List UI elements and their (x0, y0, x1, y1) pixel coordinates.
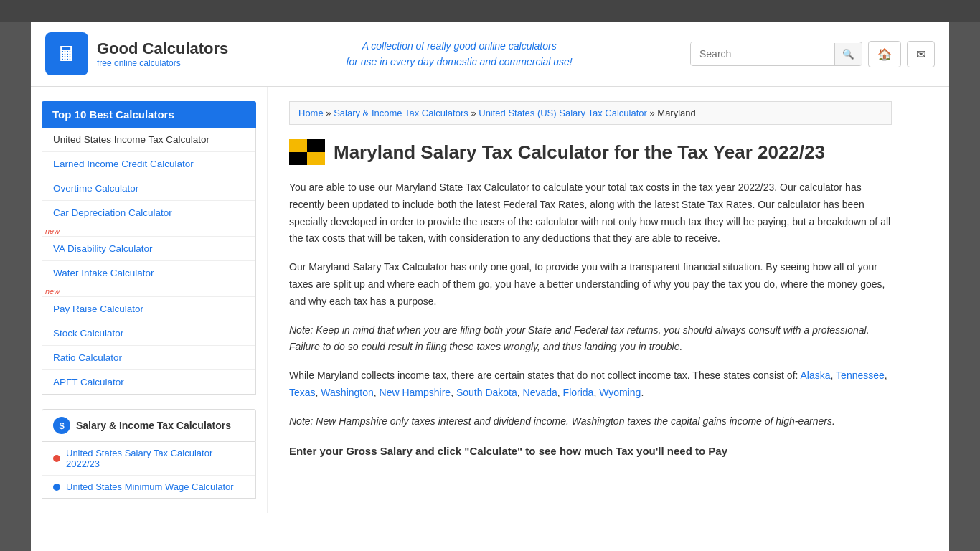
salary-subnav-link[interactable]: United States Salary Tax Calculator 2022… (66, 448, 245, 469)
logo-icon: 🖩 (45, 32, 88, 75)
sidebar-nav-link[interactable]: Car Depreciation Calculator (42, 201, 255, 225)
content-area: Home » Salary & Income Tax Calculators »… (268, 87, 913, 513)
breadcrumb-separator: » (324, 108, 334, 118)
no-tax-state-link[interactable]: Texas (289, 387, 316, 398)
sidebar-nav-link[interactable]: Water Intake Calculator (42, 261, 255, 285)
sidebar-nav-link[interactable]: Overtime Calculator (42, 176, 255, 200)
sidebar-nav-link[interactable]: Ratio Calculator (42, 346, 255, 369)
sidebar-salary-label: Salary & Income Tax Calculators (76, 420, 231, 431)
breadcrumb: Home » Salary & Income Tax Calculators »… (289, 101, 892, 125)
no-tax-state-link[interactable]: South Dakota (456, 387, 517, 398)
no-tax-state-link[interactable]: Florida (563, 387, 594, 398)
page-title: Maryland Salary Tax Calculator for the T… (334, 141, 825, 164)
para1: You are able to use our Maryland State T… (289, 179, 892, 248)
home-icon: 🏠 (877, 48, 892, 60)
no-tax-state-link[interactable]: Nevada (523, 387, 557, 398)
logo-text: Good Calculators free online calculators (97, 39, 228, 68)
para2: Our Maryland Salary Tax Calculator has o… (289, 259, 892, 310)
tagline-line2: for use in every day domestic and commer… (347, 54, 573, 70)
flag-q2 (307, 139, 325, 152)
search-container: 🔍 (690, 42, 862, 66)
flag-q1 (289, 139, 307, 152)
salary-subnav-link[interactable]: United States Minimum Wage Calculator (66, 481, 234, 492)
dollar-icon: $ (53, 417, 70, 434)
page-title-row: Maryland Salary Tax Calculator for the T… (289, 139, 892, 165)
header-tagline: A collection of really good online calcu… (347, 38, 573, 70)
sidebar-subnav-item: United States Salary Tax Calculator 2022… (42, 442, 255, 476)
breadcrumb-link[interactable]: Home (298, 108, 324, 118)
maryland-flag (289, 139, 325, 165)
header-right: 🔍 🏠 ✉ (690, 41, 935, 67)
red-dot (53, 455, 60, 462)
note1: Note: Keep in mind that when you are fil… (289, 322, 892, 357)
sidebar: Top 10 Best Calculators United States In… (31, 87, 268, 513)
sidebar-salary-header: $ Salary & Income Tax Calculators (42, 409, 256, 442)
search-icon: 🔍 (842, 49, 854, 60)
cta-heading: Enter your Gross Salary and click "Calcu… (289, 442, 892, 461)
new-badge: new (45, 227, 60, 235)
logo-area: 🖩 Good Calculators free online calculato… (45, 32, 228, 75)
breadcrumb-current: Maryland (657, 108, 695, 118)
sidebar-nav-link[interactable]: Earned Income Credit Calculator (42, 152, 255, 176)
no-tax-state-link[interactable]: Tennessee (836, 369, 885, 381)
para3: While Maryland collects income tax, ther… (289, 367, 892, 402)
breadcrumb-link[interactable]: United States (US) Salary Tax Calculator (479, 108, 647, 118)
header: 🖩 Good Calculators free online calculato… (31, 22, 949, 87)
breadcrumb-link[interactable]: Salary & Income Tax Calculators (334, 108, 468, 118)
mail-button[interactable]: ✉ (907, 41, 935, 67)
breadcrumb-separator: » (468, 108, 479, 118)
sidebar-nav: United States Income Tax CalculatorEarne… (42, 128, 256, 395)
main-layout: Top 10 Best Calculators United States In… (31, 87, 949, 513)
sidebar-nav-link[interactable]: APFT Calculator (42, 370, 255, 394)
site-name: Good Calculators (97, 39, 228, 58)
flag-q3 (289, 152, 307, 165)
site-sub: free online calculators (97, 58, 228, 68)
sidebar-subnav-item: United States Minimum Wage Calculator (42, 476, 255, 498)
sidebar-nav-link[interactable]: Pay Raise Calculator (42, 297, 255, 321)
search-input[interactable] (691, 42, 834, 65)
sidebar-salary-subnav: United States Salary Tax Calculator 2022… (42, 442, 256, 499)
mail-icon: ✉ (916, 48, 925, 60)
breadcrumb-separator: » (647, 108, 657, 118)
no-tax-state-link[interactable]: Washington (321, 387, 373, 398)
no-tax-state-link[interactable]: New Hampshire (380, 387, 451, 398)
new-badge: new (45, 287, 60, 296)
no-tax-state-link[interactable]: Wyoming (599, 387, 641, 398)
sidebar-nav-link[interactable]: Stock Calculator (42, 321, 255, 345)
tagline-line1: A collection of really good online calcu… (347, 38, 573, 54)
home-button[interactable]: 🏠 (868, 41, 901, 67)
no-tax-state-link[interactable]: Alaska (801, 369, 831, 381)
sidebar-top10-title: Top 10 Best Calculators (42, 101, 256, 128)
flag-q4 (307, 152, 325, 165)
top-bar (0, 0, 980, 22)
sidebar-nav-link[interactable]: United States Income Tax Calculator (42, 128, 255, 151)
sidebar-nav-link[interactable]: VA Disability Calculator (42, 237, 255, 260)
blue-dot (53, 484, 60, 491)
search-button[interactable]: 🔍 (834, 43, 862, 65)
note2: Note: New Hampshire only taxes interest … (289, 413, 892, 430)
content-body: You are able to use our Maryland State T… (289, 179, 892, 460)
